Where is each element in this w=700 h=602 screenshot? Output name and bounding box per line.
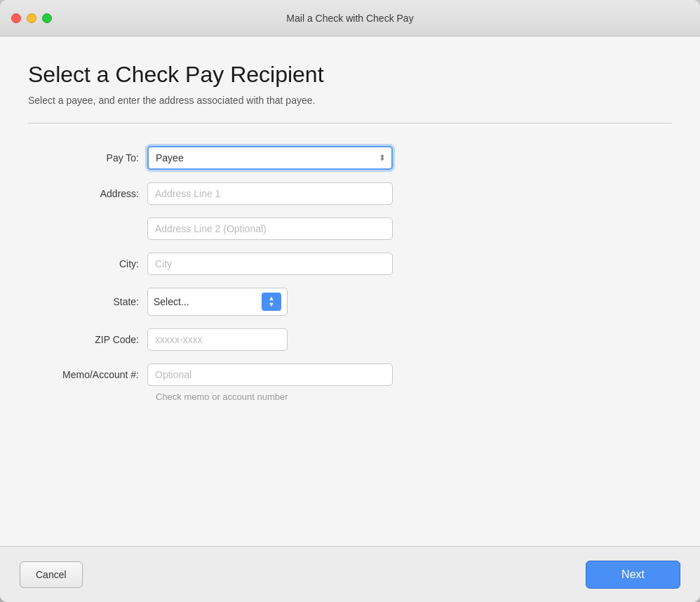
- state-select-text: Select...: [154, 296, 257, 307]
- state-down-arrow: ▼: [269, 302, 275, 308]
- title-bar: Mail a Check with Check Pay: [0, 0, 700, 36]
- memo-row: Memo/Account #:: [28, 363, 672, 386]
- address-line1-input[interactable]: [147, 182, 393, 205]
- city-row: City:: [28, 253, 672, 275]
- state-arrow-icon[interactable]: ▲ ▼: [262, 293, 281, 311]
- next-button[interactable]: Next: [586, 561, 680, 589]
- state-label: State:: [28, 296, 147, 307]
- state-row: State: Select... ▲ ▼: [28, 288, 672, 316]
- address-label: Address:: [28, 188, 147, 199]
- page-title: Select a Check Pay Recipient: [28, 62, 672, 88]
- address-row: Address:: [28, 182, 672, 205]
- footer: Cancel Next: [0, 546, 700, 602]
- city-input[interactable]: [147, 253, 393, 275]
- zip-label: ZIP Code:: [28, 334, 147, 345]
- payee-select-wrapper: Payee ⬍: [147, 146, 393, 170]
- form-area: Pay To: Payee ⬍ Address: City: [28, 146, 672, 546]
- pay-to-label: Pay To:: [28, 152, 147, 163]
- address-line2-input[interactable]: [147, 218, 393, 240]
- payee-select[interactable]: Payee: [147, 146, 393, 170]
- memo-label: Memo/Account #:: [28, 369, 147, 380]
- state-select-button[interactable]: Select... ▲ ▼: [147, 288, 288, 316]
- window-content: Select a Check Pay Recipient Select a pa…: [0, 36, 700, 546]
- maximize-button[interactable]: [42, 13, 52, 23]
- minimize-button[interactable]: [27, 13, 36, 23]
- memo-hint: Check memo or account number: [156, 392, 672, 402]
- cancel-button[interactable]: Cancel: [20, 561, 83, 588]
- divider: [28, 123, 672, 123]
- address-line2-row: [28, 218, 672, 240]
- traffic-lights: [11, 13, 52, 23]
- main-window: Mail a Check with Check Pay Select a Che…: [0, 0, 700, 602]
- memo-input[interactable]: [147, 363, 393, 386]
- city-label: City:: [28, 258, 147, 269]
- page-subtitle: Select a payee, and enter the address as…: [28, 95, 672, 106]
- zip-row: ZIP Code:: [28, 328, 672, 351]
- window-title: Mail a Check with Check Pay: [286, 13, 413, 24]
- zip-input[interactable]: [147, 328, 288, 351]
- pay-to-row: Pay To: Payee ⬍: [28, 146, 672, 170]
- close-button[interactable]: [11, 13, 21, 23]
